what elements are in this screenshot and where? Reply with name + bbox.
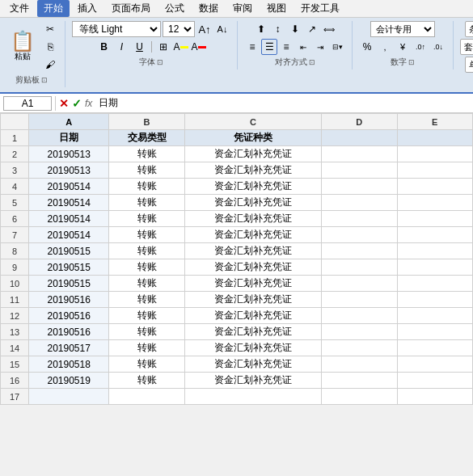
cell-d7[interactable]: [322, 243, 397, 259]
underline-button[interactable]: U: [132, 39, 148, 55]
cell-c2[interactable]: 资金汇划补充凭证: [184, 162, 321, 179]
cell-c16[interactable]: [184, 389, 321, 405]
cell-e4[interactable]: [397, 195, 472, 211]
paste-button[interactable]: 📋 粘贴: [5, 29, 40, 65]
menu-dev[interactable]: 开发工具: [294, 0, 346, 17]
text-angle-button[interactable]: ↗: [304, 21, 320, 37]
col-header-b[interactable]: B: [109, 114, 184, 130]
cell-c14[interactable]: 资金汇划补充凭证: [184, 356, 321, 373]
cell-d1[interactable]: [322, 146, 397, 162]
cell-d14[interactable]: [322, 356, 397, 373]
cell-a16[interactable]: [29, 389, 109, 405]
cell-c6[interactable]: 资金汇划补充凭证: [184, 227, 321, 243]
cell-e15[interactable]: [397, 373, 472, 389]
font-size-select[interactable]: 12: [163, 21, 195, 37]
cell-b11[interactable]: 转账: [109, 308, 184, 324]
cell-b8[interactable]: 转账: [109, 259, 184, 276]
font-color-button[interactable]: A: [191, 39, 207, 55]
cell-a3[interactable]: 20190514: [29, 179, 109, 195]
bold-button[interactable]: B: [96, 39, 112, 55]
cell-d13[interactable]: [322, 340, 397, 356]
cell-a14[interactable]: 20190518: [29, 356, 109, 373]
cell-b3[interactable]: 转账: [109, 179, 184, 195]
cell-e9[interactable]: [397, 276, 472, 292]
cell-a1[interactable]: 20190513: [29, 146, 109, 162]
increase-decimal-button[interactable]: .0↑: [412, 39, 429, 55]
col-header-d[interactable]: D: [322, 114, 397, 130]
cell-e14[interactable]: [397, 356, 472, 373]
confirm-formula-icon[interactable]: ✓: [72, 97, 82, 110]
decrease-indent-button[interactable]: ⇤: [295, 39, 311, 55]
cell-c15[interactable]: 资金汇划补充凭证: [184, 373, 321, 389]
cell-a12[interactable]: 20190516: [29, 324, 109, 340]
cell-c10[interactable]: 资金汇划补充凭证: [184, 292, 321, 308]
cell-d16[interactable]: [322, 389, 397, 405]
cell-b0[interactable]: 交易类型: [109, 130, 184, 146]
cell-c8[interactable]: 资金汇划补充凭证: [184, 259, 321, 276]
cell-e8[interactable]: [397, 259, 472, 276]
cell-b7[interactable]: 转账: [109, 243, 184, 259]
menu-formula[interactable]: 公式: [158, 0, 191, 17]
cell-a0[interactable]: 日期: [29, 130, 109, 146]
cell-b12[interactable]: 转账: [109, 324, 184, 340]
cell-a7[interactable]: 20190515: [29, 243, 109, 259]
align-middle-button[interactable]: ↕: [270, 21, 286, 37]
cell-d11[interactable]: [322, 308, 397, 324]
col-header-c[interactable]: C: [184, 114, 321, 130]
percent-button[interactable]: %: [359, 39, 375, 55]
decrease-decimal-button[interactable]: .0↓: [430, 39, 446, 55]
decrease-font-button[interactable]: A↓: [214, 21, 230, 37]
font-name-select[interactable]: 等线 Light: [72, 21, 161, 37]
cell-a13[interactable]: 20190517: [29, 340, 109, 356]
menu-file[interactable]: 文件: [3, 0, 36, 17]
align-bottom-button[interactable]: ⬇: [287, 21, 303, 37]
menu-view[interactable]: 视图: [260, 0, 293, 17]
cell-d10[interactable]: [322, 292, 397, 308]
wrap-text-button[interactable]: ⟺: [321, 21, 337, 37]
cell-e11[interactable]: [397, 308, 472, 324]
cell-e0[interactable]: [397, 130, 472, 146]
cell-e10[interactable]: [397, 292, 472, 308]
cell-c1[interactable]: 资金汇划补充凭证: [184, 146, 321, 162]
menu-home[interactable]: 开始: [37, 0, 70, 17]
menu-layout[interactable]: 页面布局: [105, 0, 157, 17]
cell-c3[interactable]: 资金汇划补充凭证: [184, 179, 321, 195]
cell-a9[interactable]: 20190515: [29, 276, 109, 292]
cell-d2[interactable]: [322, 162, 397, 179]
cell-c7[interactable]: 资金汇划补充凭证: [184, 243, 321, 259]
menu-data[interactable]: 数据: [192, 0, 225, 17]
cell-d8[interactable]: [322, 259, 397, 276]
col-header-a[interactable]: A: [29, 114, 109, 130]
cell-a4[interactable]: 20190514: [29, 195, 109, 211]
cell-b2[interactable]: 转账: [109, 162, 184, 179]
copy-button[interactable]: ⎘: [42, 39, 58, 55]
cell-d6[interactable]: [322, 227, 397, 243]
cell-d3[interactable]: [322, 179, 397, 195]
fill-color-button[interactable]: A: [173, 39, 189, 55]
cell-b16[interactable]: [109, 389, 184, 405]
cell-e5[interactable]: [397, 211, 472, 227]
cell-b14[interactable]: 转账: [109, 356, 184, 373]
number-expand-icon[interactable]: ⊡: [408, 58, 415, 66]
insert-function-icon[interactable]: fx: [85, 98, 92, 109]
menu-insert[interactable]: 插入: [71, 0, 103, 17]
menu-review[interactable]: 审阅: [226, 0, 259, 17]
cell-b1[interactable]: 转账: [109, 146, 184, 162]
cell-a8[interactable]: 20190515: [29, 259, 109, 276]
cell-c4[interactable]: 资金汇划补充凭证: [184, 195, 321, 211]
cell-d0[interactable]: [322, 130, 397, 146]
cell-a6[interactable]: 20190514: [29, 227, 109, 243]
cell-b4[interactable]: 转账: [109, 195, 184, 211]
cell-d9[interactable]: [322, 276, 397, 292]
cell-e1[interactable]: [397, 146, 472, 162]
cancel-formula-icon[interactable]: ✕: [59, 97, 69, 110]
cell-a2[interactable]: 20190513: [29, 162, 109, 179]
cell-e7[interactable]: [397, 243, 472, 259]
italic-button[interactable]: I: [114, 39, 130, 55]
cell-c9[interactable]: 资金汇划补充凭证: [184, 276, 321, 292]
cell-a11[interactable]: 20190516: [29, 308, 109, 324]
cut-button[interactable]: ✂: [42, 21, 58, 37]
cell-e13[interactable]: [397, 340, 472, 356]
cell-style-button[interactable]: 单元格样▾: [465, 57, 474, 73]
cell-c13[interactable]: 资金汇划补充凭证: [184, 340, 321, 356]
